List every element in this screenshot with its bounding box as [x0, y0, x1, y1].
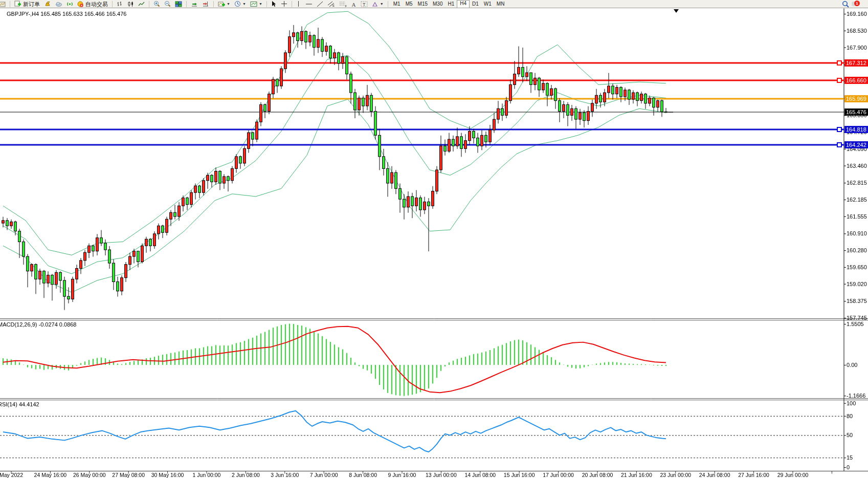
time-axis-label: 14 Jun 08:00: [464, 472, 496, 478]
search-icon[interactable]: [840, 1, 851, 8]
price-axis-tick: 163.460: [847, 163, 867, 169]
crosshair-icon[interactable]: [279, 1, 289, 8]
price-axis-tick: 160.280: [847, 247, 867, 253]
shapes-button[interactable]: ▼: [370, 1, 385, 8]
auto-scroll-icon[interactable]: [189, 1, 199, 8]
chart-canvas[interactable]: [0, 0, 868, 478]
price-axis-tick: 160.910: [847, 230, 867, 236]
line-chart-icon[interactable]: [137, 1, 146, 8]
cursor-icon[interactable]: [270, 1, 278, 8]
timeframe-W1[interactable]: W1: [481, 1, 494, 8]
timeframe-H1[interactable]: H1: [445, 1, 457, 8]
periods-button[interactable]: ▼: [233, 1, 248, 8]
price-line-label: 164.818: [844, 126, 868, 133]
price-line-label: 165.969: [844, 95, 868, 102]
macd-indicator-label: MACD(12,26,9) -0.0274 0.0868: [0, 321, 76, 328]
channel-icon[interactable]: E: [326, 1, 337, 8]
chevron-down-icon: ▼: [259, 2, 262, 6]
time-axis-label: 29 Jun 00:00: [777, 472, 809, 478]
time-axis-label: 24 May 16:00: [34, 472, 67, 478]
time-axis-label: 13 Jun 00:00: [426, 472, 457, 478]
new-order-button[interactable]: 新订单: [13, 1, 41, 8]
price-axis-tick: 159.020: [847, 281, 867, 287]
zoom-out-icon[interactable]: [163, 1, 172, 8]
rsi-axis-tick: 50: [847, 432, 853, 438]
svg-text:F: F: [345, 5, 347, 7]
tile-windows-icon[interactable]: [173, 1, 184, 8]
timeframe-MN[interactable]: MN: [494, 1, 507, 8]
cloud-icon[interactable]: [54, 1, 64, 8]
templates-button[interactable]: ▼: [249, 1, 264, 8]
time-axis-label: 24 Jun 08:00: [699, 472, 730, 478]
price-axis-tick: 162.185: [847, 197, 867, 203]
candlestick-icon[interactable]: [126, 1, 136, 8]
time-axis-label: 1 Jun 00:00: [193, 472, 221, 478]
text-icon[interactable]: A: [349, 1, 358, 8]
rsi-axis-tick: 80: [847, 413, 853, 419]
price-axis-tick: 159.650: [847, 264, 867, 270]
macd-axis-tick: 1.5505: [847, 321, 864, 327]
zoom-in-icon[interactable]: [152, 1, 162, 8]
price-line-label: 165.476: [844, 108, 868, 116]
timeframe-M15[interactable]: M15: [415, 1, 430, 8]
time-axis-label: 30 May 16:00: [151, 472, 184, 478]
fibonacci-icon[interactable]: F: [338, 1, 348, 8]
gold-icon[interactable]: [42, 1, 53, 8]
rsi-axis-tick: 0: [847, 464, 850, 470]
timeframe-H4[interactable]: H4: [457, 0, 470, 8]
indicators-button[interactable]: ▼: [216, 1, 232, 8]
time-axis-label: 23 Jun 00:00: [660, 472, 691, 478]
text-label-icon[interactable]: T: [359, 1, 369, 8]
price-axis-tick: 167.900: [847, 45, 867, 51]
chat-notification-button[interactable]: 1: [852, 1, 860, 7]
time-axis-label: 27 Jun 16:00: [738, 472, 769, 478]
bar-chart-icon[interactable]: [115, 1, 125, 8]
time-axis-label: 8 Jun 08:00: [349, 472, 377, 478]
timeframe-M5[interactable]: M5: [403, 1, 415, 8]
signal-icon[interactable]: [65, 1, 75, 8]
rsi-axis-tick: 100: [847, 400, 856, 406]
price-axis-tick: 169.160: [847, 11, 867, 17]
rsi-indicator-label: RSI(14) 44.4142: [0, 401, 39, 407]
mt4-window: 新订单 自动交易 ▼: [0, 0, 868, 478]
macd-axis-tick: 0.00: [847, 362, 857, 368]
timeframe-D1[interactable]: D1: [470, 1, 481, 8]
price-line-label: 166.660: [844, 77, 868, 84]
time-axis-label: 21 Jun 16:00: [621, 472, 652, 478]
timeframe-M30[interactable]: M30: [430, 1, 445, 8]
price-axis-tick: 161.555: [847, 213, 867, 220]
price-line-label: 164.242: [844, 141, 868, 148]
chart-shift-icon[interactable]: [201, 1, 211, 8]
time-axis-label: 17 Jun 00:00: [543, 472, 574, 478]
chevron-down-icon: ▼: [242, 2, 246, 6]
time-axis-label: 26 May 00:00: [73, 472, 106, 478]
price-axis-tick: 157.745: [847, 315, 867, 321]
autotrade-button[interactable]: 自动交易: [76, 1, 109, 8]
trendline-icon[interactable]: [315, 1, 325, 8]
chart-partial-icon[interactable]: [0, 1, 7, 8]
price-axis-tick: 168.530: [847, 28, 867, 34]
timeframe-M1[interactable]: M1: [391, 1, 403, 8]
time-axis-label: May 2022: [0, 472, 23, 478]
time-axis-label: 27 May 08:00: [112, 472, 145, 478]
chevron-down-icon: ▼: [380, 2, 384, 6]
time-axis-label: 20 Jun 08:00: [582, 472, 613, 478]
timeframe-group: M1M5M15M30H1H4D1W1MN: [391, 0, 507, 8]
macd-axis-tick: -1.1666: [847, 393, 865, 399]
autotrade-label: 自动交易: [85, 1, 108, 8]
chart-title: GBPJPY-,H4 165.485 165.633 165.466 165.4…: [7, 11, 126, 17]
price-axis-tick: 158.375: [847, 298, 867, 304]
vertical-line-icon[interactable]: [295, 1, 303, 8]
toolbar: 新订单 自动交易 ▼: [0, 0, 868, 8]
time-axis-label: 7 Jun 00:00: [310, 472, 338, 478]
new-order-label: 新订单: [23, 1, 40, 8]
notification-count-badge: 1: [854, 1, 860, 6]
chevron-down-icon: ▼: [227, 2, 230, 6]
price-axis-tick: 162.815: [847, 180, 867, 186]
time-axis-label: 15 Jun 16:00: [504, 472, 535, 478]
horizontal-line-icon[interactable]: [304, 1, 314, 8]
svg-text:A: A: [351, 1, 355, 7]
svg-text:T: T: [363, 2, 366, 7]
svg-text:E: E: [332, 4, 335, 7]
time-axis-label: 9 Jun 16:00: [388, 472, 416, 478]
